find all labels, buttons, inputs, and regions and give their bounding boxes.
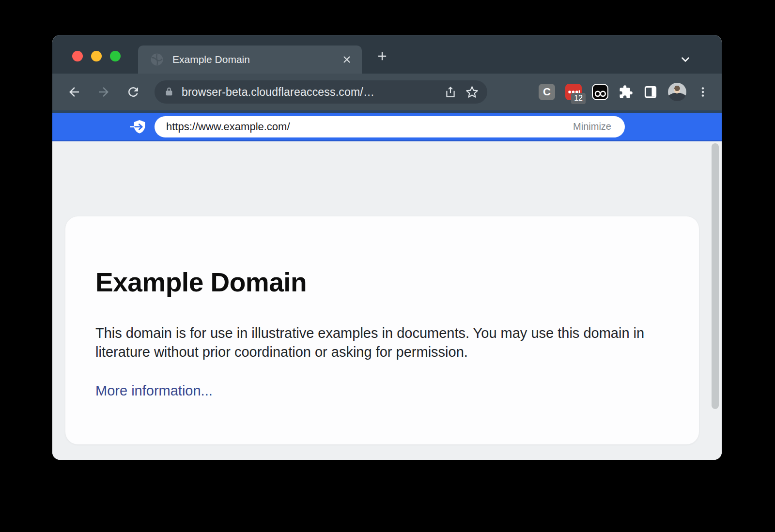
tab-strip: Example Domain <box>52 35 722 74</box>
extensions-puzzle-icon[interactable] <box>619 85 633 99</box>
browser-toolbar: browser-beta.cloudflareaccess.com/… C <box>52 74 722 110</box>
browser-tab[interactable]: Example Domain <box>138 46 362 74</box>
profile-avatar[interactable] <box>668 83 686 101</box>
minimize-window-button[interactable] <box>91 51 102 61</box>
extensions-cluster: C 12 <box>539 83 709 101</box>
binoculars-extension-icon[interactable] <box>592 84 608 100</box>
window-controls <box>72 51 121 61</box>
share-icon[interactable] <box>444 86 457 98</box>
tab-title: Example Domain <box>172 54 340 65</box>
page-heading: Example Domain <box>95 267 665 298</box>
isolation-banner: Minimize <box>52 110 722 141</box>
isolation-url-bar: Minimize <box>155 116 625 137</box>
desktop-background: { "tabstrip": { "tab": { "title": "Examp… <box>0 0 775 532</box>
reload-icon[interactable] <box>123 82 143 102</box>
lock-icon <box>164 87 174 97</box>
c-extension-icon[interactable]: C <box>539 84 555 100</box>
new-tab-button[interactable] <box>374 48 390 64</box>
vertical-scrollbar-thumb[interactable] <box>712 143 719 409</box>
kebab-menu-icon[interactable] <box>697 86 709 98</box>
back-icon[interactable] <box>64 82 84 102</box>
url-text[interactable]: browser-beta.cloudflareaccess.com/… <box>182 86 437 99</box>
content-card: Example Domain This domain is for use in… <box>65 216 699 444</box>
address-bar[interactable]: browser-beta.cloudflareaccess.com/… <box>155 80 487 104</box>
isolation-shield-icon <box>132 119 147 135</box>
tab-close-icon[interactable] <box>340 52 354 67</box>
zoom-window-button[interactable] <box>110 51 121 61</box>
extension-badge-count: 12 <box>571 93 586 104</box>
bookmark-star-icon[interactable] <box>465 86 479 99</box>
page-viewport: Example Domain This domain is for use in… <box>52 141 722 460</box>
more-information-link[interactable]: More information... <box>95 383 213 399</box>
tab-search-chevron-icon[interactable] <box>677 51 694 68</box>
browser-window: Example Domain <box>52 35 722 460</box>
close-window-button[interactable] <box>72 51 83 61</box>
globe-favicon-icon <box>150 52 164 67</box>
isolation-url-input[interactable] <box>165 120 564 134</box>
banner-minimize-button[interactable]: Minimize <box>570 121 614 133</box>
forward-icon[interactable] <box>93 82 114 102</box>
page-paragraph: This domain is for use in illustrative e… <box>95 324 652 362</box>
side-panel-icon[interactable] <box>643 85 658 99</box>
password-manager-extension-icon[interactable]: 12 <box>565 84 582 100</box>
